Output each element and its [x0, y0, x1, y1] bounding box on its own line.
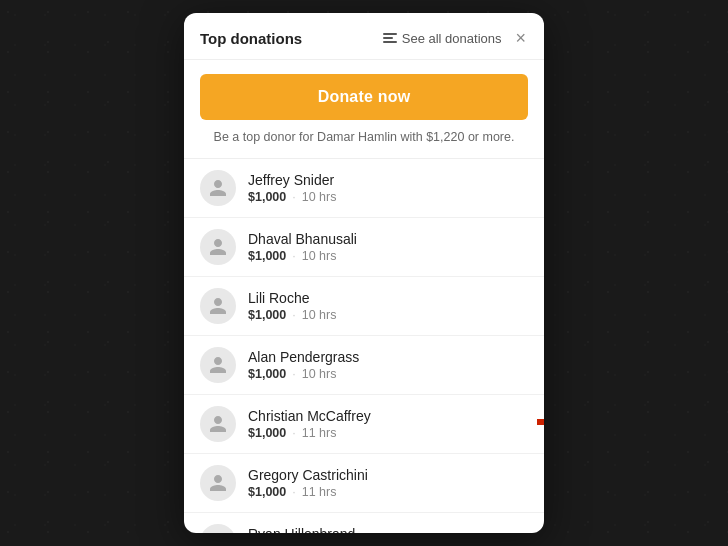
user-icon — [208, 178, 228, 198]
donor-name: Gregory Castrichini — [248, 467, 528, 483]
user-icon — [208, 355, 228, 375]
donor-time: 10 hrs — [302, 308, 337, 322]
donor-time: 11 hrs — [302, 485, 337, 499]
donor-info: Alan Pendergrass $1,000 · 10 hrs — [248, 349, 528, 381]
modal-header: Top donations See all donations × — [184, 13, 544, 60]
donate-button[interactable]: Donate now — [200, 74, 528, 120]
donation-item: Lili Roche $1,000 · 10 hrs — [184, 277, 544, 336]
highlight-arrow — [537, 397, 544, 451]
donor-meta: $1,000 · 11 hrs — [248, 485, 528, 499]
list-icon — [383, 33, 397, 43]
donor-avatar — [200, 170, 236, 206]
donor-meta: $1,000 · 11 hrs — [248, 426, 528, 440]
donor-amount: $1,000 — [248, 249, 286, 263]
donation-item: Christian McCaffrey $1,000 · 11 hrs — [184, 395, 544, 454]
donor-meta: $1,000 · 10 hrs — [248, 249, 528, 263]
donor-info: Jeffrey Snider $1,000 · 10 hrs — [248, 172, 528, 204]
donor-name: Alan Pendergrass — [248, 349, 528, 365]
donor-meta: $1,000 · 10 hrs — [248, 367, 528, 381]
svg-marker-0 — [537, 402, 544, 442]
donor-info: Gregory Castrichini $1,000 · 11 hrs — [248, 467, 528, 499]
donation-list: Jeffrey Snider $1,000 · 10 hrs Dhaval Bh… — [184, 159, 544, 533]
donor-time: 10 hrs — [302, 190, 337, 204]
donor-time: 11 hrs — [302, 426, 337, 440]
donor-amount: $1,000 — [248, 426, 286, 440]
donor-amount: $1,000 — [248, 190, 286, 204]
user-icon — [208, 532, 228, 533]
donor-meta: $1,000 · 10 hrs — [248, 308, 528, 322]
donor-name: Dhaval Bhanusali — [248, 231, 528, 247]
user-icon — [208, 473, 228, 493]
donor-meta: $1,000 · 10 hrs — [248, 190, 528, 204]
donor-info: Christian McCaffrey $1,000 · 11 hrs — [248, 408, 528, 440]
donation-item: Gregory Castrichini $1,000 · 11 hrs — [184, 454, 544, 513]
donor-info: Dhaval Bhanusali $1,000 · 10 hrs — [248, 231, 528, 263]
user-icon — [208, 237, 228, 257]
donor-avatar — [200, 229, 236, 265]
donor-avatar — [200, 347, 236, 383]
donor-info: Lili Roche $1,000 · 10 hrs — [248, 290, 528, 322]
donor-amount: $1,000 — [248, 485, 286, 499]
modal-title: Top donations — [200, 30, 302, 47]
donation-item: Jeffrey Snider $1,000 · 10 hrs — [184, 159, 544, 218]
user-icon — [208, 414, 228, 434]
donor-name: Ryan Hillenbrand — [248, 526, 528, 533]
donate-section: Donate now Be a top donor for Damar Haml… — [184, 60, 544, 159]
donor-avatar — [200, 465, 236, 501]
donor-amount: $1,000 — [248, 367, 286, 381]
donor-name: Lili Roche — [248, 290, 528, 306]
donor-amount: $1,000 — [248, 308, 286, 322]
donor-info: Ryan Hillenbrand $1,000 · 11 hrs — [248, 526, 528, 533]
donor-avatar — [200, 406, 236, 442]
modal-body: Donate now Be a top donor for Damar Haml… — [184, 60, 544, 533]
see-all-button[interactable]: See all donations — [383, 31, 502, 46]
donor-avatar — [200, 524, 236, 533]
donation-item: Alan Pendergrass $1,000 · 10 hrs — [184, 336, 544, 395]
red-arrow-icon — [537, 397, 544, 447]
donations-modal: Top donations See all donations × Donate… — [184, 13, 544, 533]
donor-time: 10 hrs — [302, 249, 337, 263]
user-icon — [208, 296, 228, 316]
donation-item: Ryan Hillenbrand $1,000 · 11 hrs — [184, 513, 544, 533]
header-actions: See all donations × — [383, 27, 528, 49]
donor-time: 10 hrs — [302, 367, 337, 381]
see-all-label: See all donations — [402, 31, 502, 46]
donor-name: Jeffrey Snider — [248, 172, 528, 188]
donation-item: Dhaval Bhanusali $1,000 · 10 hrs — [184, 218, 544, 277]
close-button[interactable]: × — [513, 27, 528, 49]
donor-name: Christian McCaffrey — [248, 408, 528, 424]
top-donor-message: Be a top donor for Damar Hamlin with $1,… — [200, 130, 528, 144]
donor-avatar — [200, 288, 236, 324]
